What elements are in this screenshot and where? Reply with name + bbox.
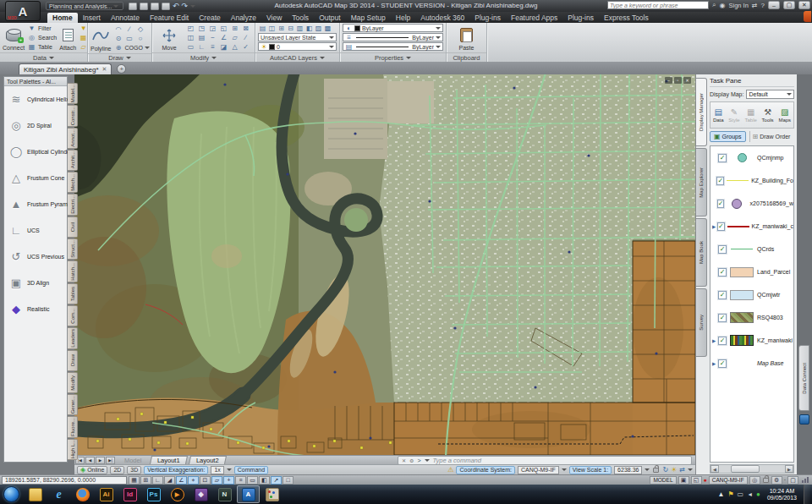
vertical-exaggeration-value[interactable]: 1x bbox=[211, 466, 223, 474]
status-toggle-icon[interactable]: □ bbox=[283, 476, 294, 485]
search-input[interactable] bbox=[607, 1, 709, 9]
modify-tool-icon[interactable]: ∟ bbox=[197, 42, 206, 51]
new-file-icon[interactable] bbox=[129, 3, 137, 10]
polyline-button[interactable]: Polyline bbox=[91, 24, 112, 52]
linetype-dropdown[interactable]: ≡ ByLayer bbox=[343, 33, 443, 41]
ribbon-tab[interactable]: Featured Apps bbox=[506, 13, 562, 23]
draw-tool-icon[interactable]: ○ bbox=[136, 34, 145, 42]
draw-tool-icon[interactable]: ∕ bbox=[125, 25, 134, 33]
safely-remove-icon[interactable]: ● bbox=[756, 490, 760, 499]
paper-space-icon[interactable]: ▣ bbox=[678, 476, 689, 485]
2d-button[interactable]: 2D bbox=[110, 466, 124, 474]
layer-checkbox[interactable] bbox=[718, 154, 727, 162]
palette-tool[interactable]: ▣ 3D Align bbox=[4, 270, 67, 296]
layer-tool-icon[interactable]: ◧ bbox=[304, 24, 314, 32]
ribbon-tab[interactable]: Home bbox=[47, 13, 78, 23]
task-pane-tab[interactable]: Display Manager bbox=[696, 78, 707, 146]
ribbon-tab[interactable]: Create bbox=[194, 13, 226, 23]
taskbar-app-icon[interactable] bbox=[71, 485, 94, 503]
modify-tool-icon[interactable]: △ bbox=[230, 42, 239, 51]
layer-checkbox[interactable] bbox=[718, 337, 727, 345]
layer-name[interactable]: QCmjwtr bbox=[754, 292, 780, 298]
modify-tool-icon[interactable]: ▱ bbox=[230, 33, 239, 41]
taskbar-app-icon[interactable]: Id bbox=[118, 485, 141, 503]
palette-tab[interactable]: Annot... bbox=[68, 128, 78, 149]
modify-tool-icon[interactable]: ≡ bbox=[208, 42, 217, 51]
view-scale-value[interactable]: 6238.36 bbox=[614, 466, 642, 474]
wrench-icon[interactable]: ⚙ bbox=[409, 457, 414, 463]
bulb-icon[interactable]: ☀ bbox=[671, 466, 677, 474]
tab-close-icon[interactable]: ✕ bbox=[102, 66, 107, 73]
paste-button[interactable]: Paste bbox=[453, 24, 481, 52]
layer-name[interactable]: x2075168569_w bbox=[748, 200, 793, 206]
lineweight-dropdown[interactable]: ▤ ByLayer bbox=[343, 42, 443, 51]
layer-name[interactable]: KZ_maniwaki bbox=[754, 337, 793, 343]
palette-tab[interactable]: Model... bbox=[68, 83, 78, 104]
modify-tool-icon[interactable]: ◰ bbox=[186, 24, 195, 32]
ribbon-tab[interactable]: View bbox=[261, 13, 287, 23]
ribbon-tab[interactable]: Help bbox=[391, 13, 415, 23]
chevron-down-icon[interactable] bbox=[688, 468, 693, 474]
display-map-select[interactable]: Default bbox=[746, 90, 794, 99]
expand-icon[interactable]: ▶ bbox=[712, 338, 718, 343]
palette-tool[interactable]: ◆ Realistic bbox=[4, 296, 67, 322]
close-button[interactable]: ✕ bbox=[798, 1, 810, 9]
qat-chevron-icon[interactable] bbox=[190, 5, 195, 10]
layer-checkbox[interactable] bbox=[718, 268, 727, 277]
panel-label-properties[interactable]: Properties bbox=[340, 52, 446, 62]
status-toggle-icon[interactable]: ▭ bbox=[247, 476, 258, 485]
palette-tab[interactable]: Mech... bbox=[68, 172, 78, 193]
data-mini-icon[interactable]: ▱ bbox=[79, 43, 88, 52]
ribbon-tab[interactable]: Plug-ins bbox=[469, 13, 506, 23]
palette-tab[interactable]: Struct... bbox=[68, 238, 78, 260]
map-viewport[interactable]: – ▫ ✕ bbox=[74, 74, 695, 455]
layer-tool-icon[interactable]: ⊟ bbox=[286, 24, 295, 32]
modify-tool-icon[interactable]: ∠ bbox=[219, 33, 228, 41]
redo-icon[interactable]: ↷ bbox=[182, 3, 189, 10]
connect-button[interactable]: + Connect bbox=[3, 24, 25, 52]
exchange-icon[interactable]: ⇄ bbox=[752, 2, 758, 9]
volume-icon[interactable]: ◄ bbox=[747, 490, 753, 499]
modify-tool-icon[interactable]: ◲ bbox=[208, 24, 217, 32]
ribbon-tab[interactable]: Autodesk 360 bbox=[415, 13, 469, 23]
chevron-down-icon[interactable] bbox=[562, 468, 567, 474]
task-pane-tool[interactable]: ▨ Maps bbox=[778, 107, 791, 123]
status-toggle-icon[interactable]: ⊞ bbox=[140, 476, 151, 485]
modify-tool-icon[interactable]: ◫ bbox=[186, 33, 195, 41]
palette-tool[interactable]: △ Frustum Cone bbox=[4, 165, 67, 191]
panel-label-data[interactable]: Data bbox=[0, 52, 87, 62]
ribbon-tab[interactable]: Annotate bbox=[106, 13, 145, 23]
palette-tool[interactable]: ↺ UCS Previous bbox=[4, 244, 67, 270]
tab-model[interactable]: Model bbox=[117, 456, 150, 464]
modify-tool-icon[interactable]: ◱ bbox=[219, 24, 228, 32]
tab-layout2[interactable]: Layout2 bbox=[189, 456, 227, 464]
status-toggle-icon[interactable]: ∠ bbox=[176, 476, 187, 485]
color-dropdown[interactable]: ◐ ByLayer bbox=[343, 24, 443, 32]
task-pane-tool[interactable]: ⚒ Tools bbox=[762, 107, 774, 123]
drawing-tab[interactable]: Kitigan Zibi Anishinabeg* ✕ bbox=[19, 63, 112, 74]
task-pane-tool[interactable]: ✎ Style bbox=[728, 107, 739, 123]
cleanscreen-icon[interactable]: ▢ bbox=[787, 476, 798, 485]
quick-view-icon[interactable]: ◱ bbox=[691, 476, 702, 485]
data-connect-tab[interactable]: Data Connect bbox=[798, 345, 809, 411]
ribbon-tab[interactable]: Express Tools bbox=[599, 13, 654, 23]
taskbar-app-icon[interactable]: ▶ bbox=[166, 485, 189, 503]
status-toggle-icon[interactable]: ≡ bbox=[235, 476, 246, 485]
warning-icon[interactable]: ⚠ bbox=[447, 466, 453, 474]
coordinate-system-value[interactable]: CANQ-M9-IF bbox=[518, 466, 559, 474]
ribbon-tab[interactable]: Map Setup bbox=[346, 13, 391, 23]
layer-checkbox[interactable] bbox=[716, 177, 724, 185]
task-pane-tool[interactable]: ▦ Table bbox=[744, 107, 756, 123]
draw-tool-icon[interactable]: ⊙ bbox=[114, 34, 123, 42]
layer-row[interactable]: x2075168569_w bbox=[710, 192, 793, 215]
layer-tool-icon[interactable]: ⊞ bbox=[277, 24, 286, 32]
palette-tab[interactable]: Constr... bbox=[68, 105, 78, 126]
layer-name[interactable]: KZ_Building_Fo bbox=[749, 178, 793, 184]
layer-name[interactable]: Map Base bbox=[754, 360, 784, 366]
layer-row[interactable]: Land_Parcel bbox=[710, 260, 793, 283]
search-button[interactable]: ◎Search bbox=[27, 34, 57, 42]
draw-tool-icon[interactable]: ◇ bbox=[136, 25, 145, 33]
data-connect-icon[interactable] bbox=[799, 414, 809, 425]
status-toggle-icon[interactable]: ⊡ bbox=[200, 476, 211, 485]
clock[interactable]: 10:24 AM 09/05/2013 bbox=[764, 488, 800, 501]
